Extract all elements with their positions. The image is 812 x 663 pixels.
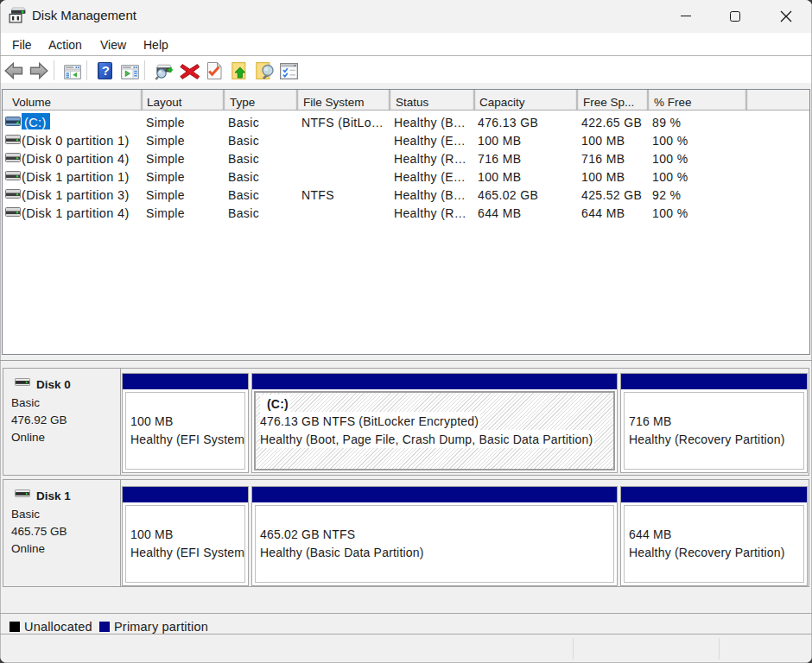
- svg-text:?: ?: [102, 63, 110, 78]
